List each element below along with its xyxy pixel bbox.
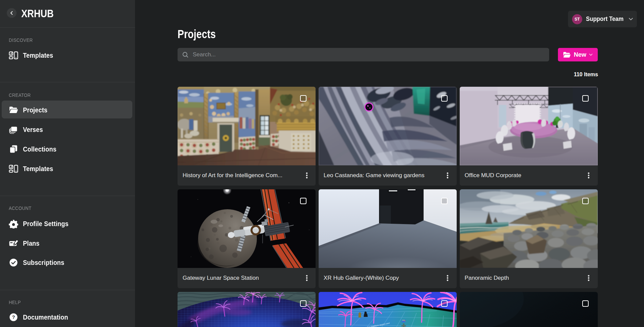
svg-text:?: ? (12, 314, 15, 320)
